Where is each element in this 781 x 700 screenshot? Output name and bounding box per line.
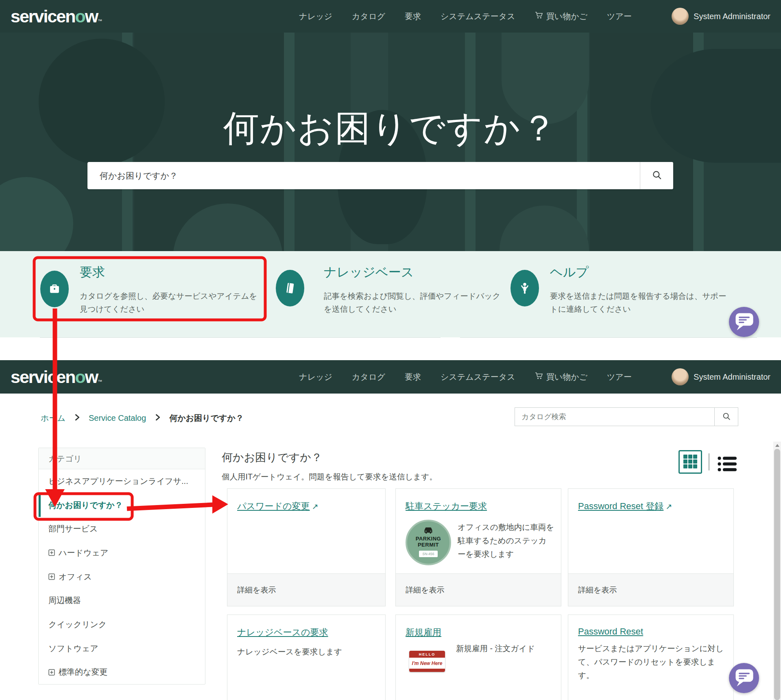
card-link-parking-sticker[interactable]: 駐車ステッカー要求 bbox=[406, 501, 487, 511]
nav-link-cart[interactable]: 買い物かご bbox=[535, 11, 587, 22]
breadcrumb-home[interactable]: ホーム bbox=[41, 413, 65, 424]
nav-link-knowledge[interactable]: ナレッジ bbox=[299, 11, 332, 22]
nav-link-tour[interactable]: ツアー bbox=[607, 372, 632, 383]
card-link-new-hire[interactable]: 新規雇用 bbox=[406, 627, 441, 637]
divider bbox=[40, 337, 441, 338]
sidebar-item-can-we-help-you[interactable]: 何かお困りですか？ bbox=[39, 493, 205, 517]
feature-title-requests[interactable]: 要求 bbox=[80, 264, 105, 281]
top-navbar-second: servicenow™ ナレッジ カタログ 要求 システムステータス 買い物かご… bbox=[0, 360, 781, 394]
breadcrumb-service-catalog[interactable]: Service Catalog bbox=[89, 413, 146, 423]
user-menu[interactable]: System Administrator bbox=[672, 8, 770, 25]
nav-link-tour[interactable]: ツアー bbox=[607, 11, 632, 22]
breadcrumb: ホーム Service Catalog 何かお困りですか？ bbox=[41, 412, 244, 424]
hero-pattern-shape bbox=[0, 177, 73, 251]
hero-search-input[interactable] bbox=[87, 162, 640, 189]
nav-link-system-status[interactable]: システムステータス bbox=[441, 11, 515, 22]
nav-link-requests[interactable]: 要求 bbox=[405, 372, 421, 383]
card-link-password-reset[interactable]: Password Reset bbox=[578, 626, 643, 637]
person-icon bbox=[510, 270, 539, 306]
hero-search-button[interactable] bbox=[640, 162, 673, 189]
expand-plus-icon bbox=[48, 549, 55, 556]
sidebar-item-office[interactable]: オフィス bbox=[39, 565, 205, 589]
view-details-link[interactable]: 詳細を表示 bbox=[568, 573, 733, 606]
hero-search-bar bbox=[87, 162, 673, 189]
logo-trademark: ™ bbox=[98, 379, 102, 384]
sidebar-item-quick-links[interactable]: クイックリンク bbox=[39, 612, 205, 637]
card-description: オフィスの敷地内に車両を駐車するためのステッカーを要求します bbox=[458, 521, 554, 561]
page-subtitle: 個人用ITゲートウェイ。問題を報告して要求を送信します。 bbox=[222, 471, 437, 482]
list-view-icon bbox=[718, 466, 737, 473]
sidebar-item-label: 周辺機器 bbox=[48, 595, 81, 606]
cart-icon bbox=[535, 11, 543, 21]
grid-view-button[interactable] bbox=[678, 450, 702, 474]
hero-pattern-shape bbox=[500, 206, 589, 251]
nav-link-label: 買い物かご bbox=[546, 11, 587, 22]
nav-link-label: システムステータス bbox=[441, 11, 515, 22]
view-details-link[interactable]: 詳細を表示 bbox=[227, 573, 385, 606]
card-link-kb-request[interactable]: ナレッジベースの要求 bbox=[237, 627, 328, 637]
servicenow-logo[interactable]: servicenow™ bbox=[11, 7, 102, 26]
search-icon bbox=[722, 412, 731, 422]
sidebar-item-label: 何かお困りですか？ bbox=[48, 500, 123, 511]
catalog-card-password-change: パスワードの変更↗ 詳細を表示 bbox=[227, 488, 386, 606]
sidebar-item-label: オフィス bbox=[59, 571, 92, 582]
car-icon bbox=[423, 527, 434, 536]
briefcase-icon bbox=[40, 271, 69, 307]
sidebar-item-department-services[interactable]: 部門サービス bbox=[39, 517, 205, 541]
catalog-search-button[interactable] bbox=[715, 407, 738, 426]
chat-fab-button[interactable] bbox=[729, 307, 759, 337]
chevron-right-icon bbox=[155, 414, 160, 422]
badge-stripe bbox=[409, 669, 445, 672]
chat-fab-button[interactable] bbox=[729, 663, 759, 693]
badge-text: PARKING bbox=[416, 536, 441, 542]
user-name: System Administrator bbox=[694, 12, 770, 21]
category-sidebar: カテゴリ ビジネスアプリケーションライフサ... 何かお困りですか？ 部門サービ… bbox=[38, 448, 205, 685]
logo-trademark: ™ bbox=[98, 18, 102, 23]
card-description: サービスまたはアプリケーションに対して、パスワードのリセットを要求します。 bbox=[578, 642, 725, 682]
feature-title-help[interactable]: ヘルプ bbox=[550, 264, 589, 281]
feature-desc: 記事を検索および閲覧し、評価やフィードバックを送信してください bbox=[324, 290, 505, 315]
nav-link-label: ツアー bbox=[607, 372, 632, 383]
badge-text: HELLO bbox=[409, 651, 445, 658]
servicenow-logo[interactable]: servicenow™ bbox=[11, 367, 102, 387]
sidebar-item-peripherals[interactable]: 周辺機器 bbox=[39, 588, 205, 612]
catalog-search-input[interactable] bbox=[515, 408, 714, 426]
sidebar-item-hardware[interactable]: ハードウェア bbox=[39, 541, 205, 565]
nav-link-label: カタログ bbox=[352, 372, 385, 383]
nav-link-system-status[interactable]: システムステータス bbox=[441, 372, 515, 383]
nav-link-label: ツアー bbox=[607, 11, 632, 22]
page: servicenow™ ナレッジ カタログ 要求 システムステータス 買い物かご… bbox=[0, 0, 781, 700]
card-link-password-reset-enroll[interactable]: Password Reset 登録 bbox=[578, 501, 663, 511]
chevron-right-icon bbox=[74, 414, 80, 422]
nav-link-catalog[interactable]: カタログ bbox=[352, 11, 385, 22]
grid-view-icon bbox=[683, 454, 698, 470]
sidebar-item-business-app-lifecycle[interactable]: ビジネスアプリケーションライフサ... bbox=[39, 469, 205, 493]
nav-links: ナレッジ カタログ 要求 システムステータス 買い物かご ツアー System … bbox=[299, 8, 770, 25]
external-link-icon: ↗ bbox=[665, 502, 672, 511]
scrollbar-thumb[interactable] bbox=[774, 449, 780, 700]
catalog-card-kb-request: ナレッジベースの要求 ナレッジベースを要求します bbox=[227, 615, 386, 700]
logo-text-end: w bbox=[85, 367, 98, 387]
sidebar-item-label: 標準的な変更 bbox=[59, 667, 107, 678]
view-details-link[interactable]: 詳細を表示 bbox=[396, 573, 561, 606]
card-description: 新規雇用 - 注文ガイド bbox=[456, 642, 555, 655]
scrollbar bbox=[773, 442, 781, 700]
nav-link-catalog[interactable]: カタログ bbox=[352, 372, 385, 383]
sidebar-item-standard-changes[interactable]: 標準的な変更 bbox=[39, 660, 205, 684]
scrollbar-up-arrow[interactable] bbox=[773, 442, 781, 449]
list-view-button[interactable] bbox=[718, 456, 737, 474]
card-link-password-change[interactable]: パスワードの変更 bbox=[237, 501, 310, 511]
nav-link-knowledge[interactable]: ナレッジ bbox=[299, 372, 332, 383]
nav-link-label: 要求 bbox=[405, 11, 421, 22]
logo-accent-o: o bbox=[75, 7, 85, 26]
hero-title: 何かお困りですか？ bbox=[0, 104, 781, 153]
nav-link-label: システムステータス bbox=[441, 372, 515, 383]
chat-bubble-icon bbox=[729, 662, 759, 694]
sidebar-item-software[interactable]: ソフトウェア bbox=[39, 637, 205, 661]
user-menu[interactable]: System Administrator bbox=[672, 368, 770, 385]
nav-link-cart[interactable]: 買い物かご bbox=[535, 372, 587, 383]
divider bbox=[460, 337, 757, 338]
logo-text-end: w bbox=[85, 7, 98, 26]
nav-link-requests[interactable]: 要求 bbox=[405, 11, 421, 22]
feature-title-knowledge-base[interactable]: ナレッジベース bbox=[324, 264, 414, 281]
